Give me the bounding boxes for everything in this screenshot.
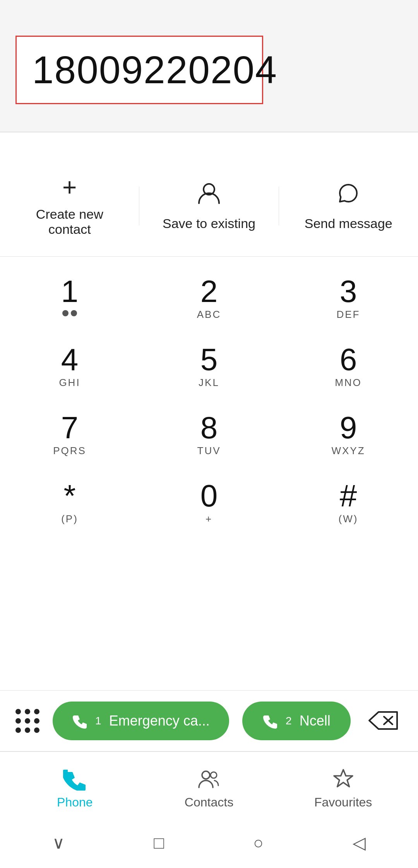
dial-sub-9: WXYZ bbox=[331, 445, 365, 457]
dialpad-toggle-button[interactable] bbox=[15, 709, 39, 733]
nav-favourites-label: Favourites bbox=[314, 795, 372, 810]
phone-number-box: 18009220204 bbox=[15, 36, 263, 104]
dot4 bbox=[15, 718, 21, 724]
dial-sub-0: + bbox=[206, 513, 212, 525]
dial-main-3: 3 bbox=[340, 276, 357, 307]
voicemail-dot-1 bbox=[62, 310, 69, 316]
dial-key-3[interactable]: 3 DEF bbox=[279, 264, 418, 333]
dial-key-7[interactable]: 7 PQRS bbox=[0, 401, 139, 469]
system-home-button[interactable]: ○ bbox=[253, 833, 264, 853]
dot8 bbox=[25, 727, 30, 733]
divider-v1 bbox=[139, 187, 139, 225]
bottom-nav: Phone Contacts Favourites bbox=[0, 751, 418, 821]
dial-sub-6: MNO bbox=[335, 377, 362, 389]
send-message-button[interactable]: Send message bbox=[294, 181, 403, 231]
svg-point-3 bbox=[202, 771, 210, 779]
dial-main-7: 7 bbox=[61, 412, 79, 443]
dial-key-0[interactable]: 0 + bbox=[139, 469, 279, 537]
nav-contacts-label: Contacts bbox=[185, 795, 233, 810]
divider-v2 bbox=[279, 187, 279, 225]
dot1 bbox=[15, 709, 21, 714]
spacer bbox=[0, 132, 418, 156]
svg-marker-5 bbox=[334, 770, 353, 787]
dial-main-8: 8 bbox=[200, 412, 218, 443]
system-recent-button[interactable]: □ bbox=[154, 833, 164, 853]
create-new-contact-label: Create new contact bbox=[15, 207, 124, 237]
ncell-call-label: Ncell bbox=[300, 713, 331, 729]
add-contact-icon: + bbox=[62, 175, 77, 200]
ncell-call-number: 2 bbox=[286, 715, 292, 727]
emergency-call-label: Emer­gency ca... bbox=[109, 713, 210, 729]
dial-key-6[interactable]: 6 MNO bbox=[279, 333, 418, 401]
dot6 bbox=[34, 718, 39, 724]
dial-sub-5: JKL bbox=[199, 377, 219, 389]
save-contact-icon bbox=[197, 181, 221, 209]
dial-key-star[interactable]: * (P) bbox=[0, 469, 139, 537]
dot7 bbox=[15, 727, 21, 733]
dial-main-0: 0 bbox=[200, 480, 218, 511]
dialpad: 1 2 ABC 3 DEF 4 GHI 5 JKL 6 MN bbox=[0, 257, 418, 690]
dot5 bbox=[25, 718, 30, 724]
send-message-icon bbox=[336, 181, 361, 209]
ncell-call-button[interactable]: 2 Ncell bbox=[242, 702, 351, 740]
backspace-button[interactable] bbox=[364, 705, 403, 737]
dial-main-4: 4 bbox=[61, 344, 79, 375]
action-row: + Create new contact Save to existing Se… bbox=[0, 156, 418, 257]
dot3 bbox=[34, 709, 39, 714]
save-to-existing-button[interactable]: Save to existing bbox=[155, 181, 263, 231]
dial-sub-2: ABC bbox=[197, 309, 221, 321]
dial-key-9[interactable]: 9 WXYZ bbox=[279, 401, 418, 469]
emergency-call-button[interactable]: 1 Emer­gency ca... bbox=[53, 702, 229, 740]
dial-main-star: * bbox=[63, 480, 75, 511]
dialpad-grid: 1 2 ABC 3 DEF 4 GHI 5 JKL 6 MN bbox=[0, 264, 418, 537]
dial-key-1[interactable]: 1 bbox=[0, 264, 139, 333]
dial-key-2[interactable]: 2 ABC bbox=[139, 264, 279, 333]
dial-sub-8: TUV bbox=[197, 445, 221, 457]
send-message-label: Send message bbox=[305, 216, 392, 231]
voicemail-dot-2 bbox=[71, 310, 77, 316]
dial-key-4[interactable]: 4 GHI bbox=[0, 333, 139, 401]
dial-key-8[interactable]: 8 TUV bbox=[139, 401, 279, 469]
system-back-button[interactable]: ◁ bbox=[353, 833, 366, 853]
save-to-existing-label: Save to existing bbox=[163, 216, 255, 231]
phone-number: 18009220204 bbox=[32, 48, 247, 92]
system-down-button[interactable]: ∨ bbox=[52, 833, 65, 853]
dial-sub-hash: (W) bbox=[339, 513, 358, 525]
system-nav-bar: ∨ □ ○ ◁ bbox=[0, 821, 418, 868]
dial-sub-3: DEF bbox=[337, 309, 360, 321]
create-new-contact-button[interactable]: + Create new contact bbox=[15, 175, 124, 237]
dot2 bbox=[25, 709, 30, 714]
nav-phone[interactable]: Phone bbox=[36, 767, 113, 810]
dial-main-2: 2 bbox=[200, 276, 218, 307]
dot9 bbox=[34, 727, 39, 733]
nav-favourites[interactable]: Favourites bbox=[305, 767, 382, 810]
dial-key-5[interactable]: 5 JKL bbox=[139, 333, 279, 401]
dial-main-6: 6 bbox=[340, 344, 357, 375]
dial-main-9: 9 bbox=[340, 412, 357, 443]
dial-main-5: 5 bbox=[200, 344, 218, 375]
dial-main-hash: # bbox=[340, 480, 357, 511]
svg-point-4 bbox=[211, 772, 217, 778]
emergency-call-number: 1 bbox=[95, 715, 101, 727]
dial-sub-4: GHI bbox=[59, 377, 80, 389]
dial-sub-7: PQRS bbox=[53, 445, 86, 457]
dial-key-hash[interactable]: # (W) bbox=[279, 469, 418, 537]
phone-display-area: 18009220204 bbox=[0, 0, 418, 132]
dial-sub-1 bbox=[62, 309, 77, 321]
nav-contacts[interactable]: Contacts bbox=[170, 767, 248, 810]
call-bar: 1 Emer­gency ca... 2 Ncell bbox=[0, 690, 418, 751]
nav-phone-label: Phone bbox=[57, 795, 93, 810]
dial-main-1: 1 bbox=[61, 276, 79, 307]
dial-sub-star: (P) bbox=[61, 513, 78, 525]
